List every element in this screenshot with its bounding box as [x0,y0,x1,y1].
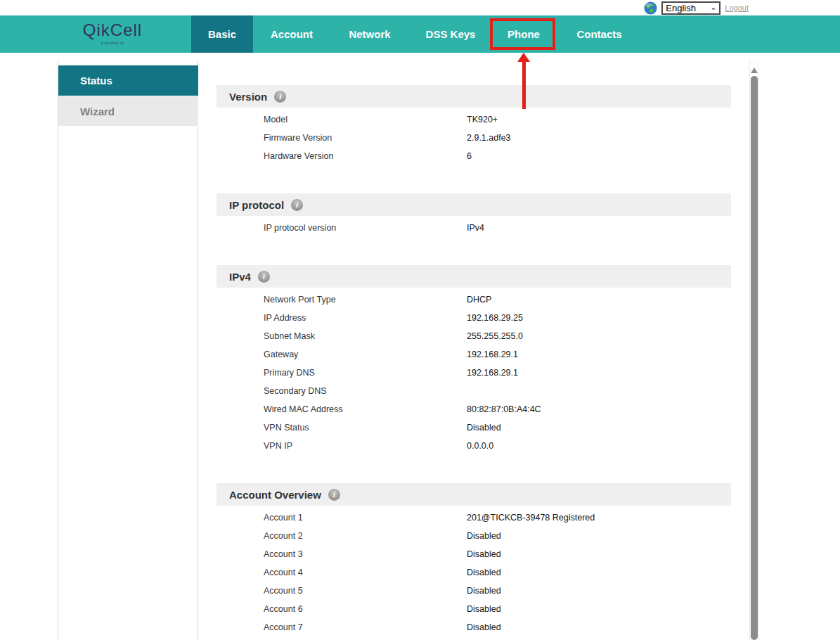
field-value: 2.9.1.adfe3 [467,129,511,147]
field-row: Account 6 Disabled [217,600,731,618]
field-row: VPN IP 0.0.0.0 [217,437,731,455]
scrollbar-thumb[interactable] [751,76,758,640]
brand-tagline: a product of [70,41,155,45]
info-icon[interactable]: i [274,91,286,103]
field-label: Subnet Mask [264,327,315,345]
nav-tab-basic[interactable]: Basic [191,15,253,53]
sidebar-item-label: Status [80,75,112,87]
section-version: Version i Model TK920+ Firmware Version … [217,85,731,165]
section-header: Account Overview i [217,483,731,506]
section-header: Version i [217,85,731,108]
field-label: Network Port Type [264,290,336,309]
field-value: 192.168.29.1 [467,364,518,382]
section-ipv4: IPv4 i Network Port Type DHCP IP Address… [217,265,731,455]
logout-link[interactable]: Logout [725,4,749,12]
field-row: Network Port Type DHCP [217,290,731,309]
field-label: Account 7 [264,618,303,636]
field-value: 0.0.0.0 [467,437,493,455]
field-label: VPN Status [264,418,309,437]
topbar: English ⌄ Logout [0,0,840,15]
topbar-right: English ⌄ Logout [644,1,749,15]
section-title: IP protocol [229,199,284,211]
field-value: 201@TICKCB-39478 Registered [467,508,595,527]
annotation-arrow-shaft [522,61,526,109]
field-label: Secondary DNS [264,382,327,400]
field-row: Model TK920+ [217,110,731,129]
section-rows: IP protocol version IPv4 [217,216,731,237]
brand-logo: QikCell a product of [70,20,155,45]
field-value: Disabled [467,600,501,618]
field-label: Account 4 [264,563,303,582]
chevron-down-icon: ⌄ [710,4,716,11]
sidebar-item-label: Wizard [80,105,115,117]
field-value: Disabled [467,418,501,437]
navbar: QikCell a product of BasicAccountNetwork… [0,15,840,53]
field-label: Account 6 [264,600,303,618]
field-row: Subnet Mask 255.255.255.0 [217,327,731,345]
field-label: Primary DNS [264,364,315,382]
field-row: Account 5 Disabled [217,582,731,600]
brand-name: QikCell [70,20,155,40]
section-account-overview: Account Overview i Account 1 201@TICKCB-… [217,483,731,636]
field-label: Account 1 [264,508,303,527]
language-select[interactable]: English ⌄ [661,1,721,15]
field-value: Disabled [467,527,501,545]
field-value: 192.168.29.1 [467,345,518,364]
field-label: IP protocol version [264,219,336,237]
section-title: Version [229,91,267,103]
page: English ⌄ Logout QikCell a product of Ba… [0,0,840,640]
field-row: Secondary DNS [217,382,731,400]
field-row: Account 4 Disabled [217,563,731,582]
info-icon[interactable]: i [328,489,340,501]
field-row: Wired MAC Address 80:82:87:0B:A4:4C [217,400,731,418]
info-icon[interactable]: i [258,271,270,283]
field-value: 80:82:87:0B:A4:4C [467,400,541,418]
field-label: Account 3 [264,545,303,563]
sidebar: Status Wizard [58,60,198,640]
field-value: 192.168.29.25 [467,309,523,327]
section-header: IP protocol i [217,193,731,216]
field-row: Gateway 192.168.29.1 [217,345,731,364]
section-rows: Model TK920+ Firmware Version 2.9.1.adfe… [217,108,731,165]
field-value: Disabled [467,582,501,600]
section-rows: Account 1 201@TICKCB-39478 Registered Ac… [217,506,731,636]
nav-tab-network[interactable]: Network [330,15,409,53]
field-row: Hardware Version 6 [217,147,731,165]
section-ip-protocol: IP protocol i IP protocol version IPv4 [217,193,731,237]
field-value: Disabled [467,618,501,636]
field-label: Account 2 [264,527,303,545]
field-value: TK920+ [467,110,498,129]
field-label: VPN IP [264,437,292,455]
field-row: IP Address 192.168.29.25 [217,309,731,327]
field-value: 255.255.255.0 [467,327,523,345]
nav-tabs: BasicAccountNetworkDSS KeysPhoneContacts [191,15,643,53]
field-label: Firmware Version [264,129,332,147]
globe-icon [644,1,657,15]
field-label: Model [264,110,287,129]
nav-tab-account[interactable]: Account [253,15,330,53]
sidebar-item-wizard[interactable]: Wizard [58,96,198,126]
field-row: Account 2 Disabled [217,527,731,545]
scroll-up-icon[interactable] [751,68,758,73]
field-row: Account 7 Disabled [217,618,731,636]
field-label: Account 5 [264,582,303,600]
sidebar-item-status[interactable]: Status [58,65,198,96]
section-title: IPv4 [229,271,251,283]
field-value: DHCP [467,290,491,309]
section-rows: Network Port Type DHCP IP Address 192.16… [217,288,731,455]
field-row: Account 3 Disabled [217,545,731,563]
field-row: IP protocol version IPv4 [217,219,731,237]
annotation-highlight-box [490,18,555,50]
language-select-value: English [666,3,710,13]
info-icon[interactable]: i [291,199,303,211]
field-row: VPN Status Disabled [217,418,731,437]
field-value: IPv4 [467,219,484,237]
field-label: IP Address [264,309,306,327]
section-title: Account Overview [229,489,321,501]
field-value: Disabled [467,563,501,582]
field-row: Firmware Version 2.9.1.adfe3 [217,129,731,147]
nav-tab-contacts[interactable]: Contacts [555,15,643,53]
field-label: Hardware Version [264,147,333,165]
nav-tab-dss-keys[interactable]: DSS Keys [409,15,492,53]
field-label: Wired MAC Address [264,400,343,418]
